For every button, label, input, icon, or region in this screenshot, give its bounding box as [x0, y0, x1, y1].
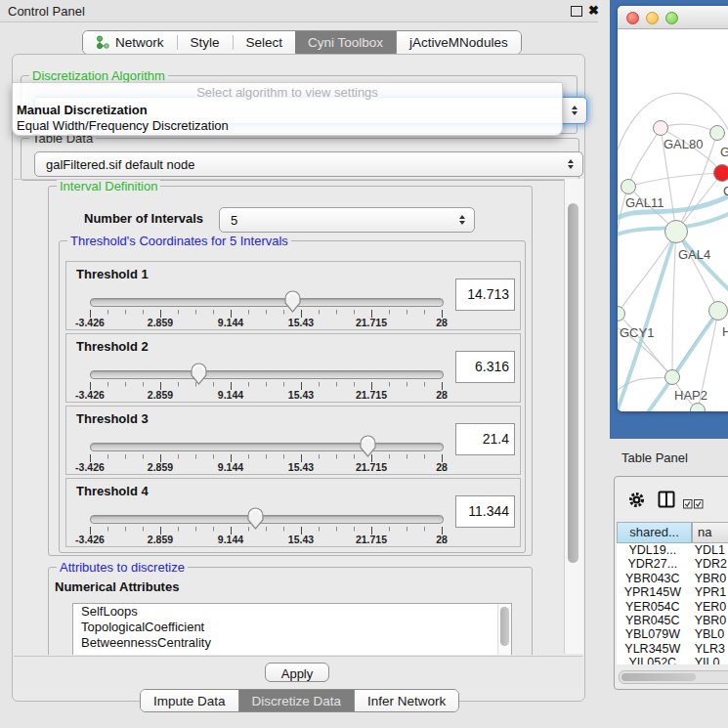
- attribute-list-item[interactable]: SelfLoops: [73, 604, 511, 620]
- cell-name[interactable]: YBR0: [689, 572, 728, 585]
- threshold-slider-track[interactable]: [90, 370, 444, 379]
- thresholds-group-title: Threshold's Coordinates for 5 Intervals: [67, 234, 291, 248]
- threshold-slider-track[interactable]: [90, 515, 444, 524]
- network-node[interactable]: [664, 369, 680, 385]
- table-data-combobox[interactable]: galFiltered.sif default node: [34, 151, 583, 177]
- tab-impute-data[interactable]: Impute Data: [141, 690, 238, 711]
- table-row[interactable]: YDL19...YDL1: [617, 543, 728, 557]
- network-node-label: GAL11: [625, 195, 664, 210]
- network-node[interactable]: [664, 220, 688, 243]
- threshold-value-field[interactable]: 14.713: [455, 278, 515, 311]
- tab-style-label: Style: [191, 35, 220, 50]
- slider-axis-labels: -3.4262.8599.14415.4321.71528: [66, 461, 520, 473]
- cell-shared-name[interactable]: YBR045C: [617, 614, 689, 627]
- cell-shared-name[interactable]: YDR27...: [617, 557, 689, 571]
- attribute-list-item[interactable]: TopologicalCoefficient: [73, 620, 511, 635]
- cell-shared-name[interactable]: YIL052C: [617, 656, 689, 664]
- slider-tick-label: 15.43: [274, 317, 328, 328]
- slider-tick-label: 15.43: [274, 389, 328, 401]
- number-of-intervals-combobox[interactable]: 5: [219, 207, 475, 233]
- threshold-label: Threshold 1: [76, 267, 149, 281]
- cell-name[interactable]: YPR1: [689, 585, 728, 599]
- table-row[interactable]: YER054CYER0: [617, 600, 728, 614]
- cell-name[interactable]: YBR0: [689, 614, 728, 627]
- control-panel-title: Control Panel: [8, 4, 85, 19]
- tab-select[interactable]: Select: [234, 31, 296, 54]
- cell-name[interactable]: YLR3: [689, 642, 728, 656]
- tab-cyni-toolbox[interactable]: Cyni Toolbox: [295, 31, 396, 54]
- cell-shared-name[interactable]: YBR043C: [617, 572, 689, 585]
- split-pane-icon[interactable]: [658, 491, 675, 512]
- table-hscrollbar-thumb[interactable]: [621, 673, 696, 681]
- network-node[interactable]: [708, 301, 728, 321]
- network-window-titlebar[interactable]: [618, 6, 728, 29]
- cell-shared-name[interactable]: YPR145W: [617, 585, 689, 599]
- cell-name[interactable]: YER0: [689, 600, 728, 614]
- panel-scrollbar-thumb[interactable]: [568, 203, 578, 563]
- table-row[interactable]: YPR145WYPR1: [617, 585, 728, 599]
- network-node-label: HAP2: [674, 388, 707, 403]
- popup-option-manual-discretization[interactable]: Manual Discretization: [13, 102, 566, 118]
- apply-button[interactable]: Apply: [265, 663, 329, 682]
- combo-stepper-icon: [459, 215, 465, 225]
- tab-discretize-data[interactable]: Discretize Data: [239, 690, 355, 711]
- zoom-window-icon[interactable]: [665, 12, 678, 24]
- threshold-list: Threshold 1 -3.4262.8599.14415.4321.7152…: [65, 261, 519, 550]
- table-row[interactable]: YIL052CYIL0: [617, 656, 728, 664]
- tab-jactivemnodules[interactable]: jActiveMNodules: [397, 31, 521, 54]
- gear-icon[interactable]: [628, 492, 645, 512]
- tab-network[interactable]: Network: [83, 31, 177, 54]
- network-view-frame: GAL80GACGAL11GAL4GCY1HHAP2: [610, 0, 728, 439]
- tab-infer-network[interactable]: Infer Network: [355, 690, 458, 711]
- cell-name[interactable]: YDR2: [689, 557, 728, 571]
- attribute-list-item[interactable]: BetweennessCentrality: [73, 635, 511, 651]
- numerical-attributes-list[interactable]: SelfLoopsTopologicalCoefficientBetweenne…: [72, 603, 512, 655]
- threshold-value-field[interactable]: 21.4: [455, 423, 515, 455]
- cell-shared-name[interactable]: YBL079W: [617, 627, 689, 641]
- checkbox-pair-icon[interactable]: [683, 495, 704, 513]
- numerical-attributes-label: Numerical Attributes: [55, 579, 179, 594]
- table-row[interactable]: YLR345WYLR3: [617, 642, 728, 656]
- attributes-list-scrollbar[interactable]: [497, 604, 511, 655]
- slider-tick-label: -3.426: [63, 389, 117, 401]
- table-row[interactable]: YBR043CYBR0: [617, 572, 728, 585]
- column-header-shared-name[interactable]: shared...: [617, 522, 692, 543]
- slider-tick-label: 2.859: [133, 534, 188, 545]
- panel-scrollbar-track[interactable]: [564, 179, 583, 654]
- threshold-label: Threshold 3: [76, 411, 149, 426]
- table-row[interactable]: YBL079WYBL0: [617, 627, 728, 641]
- tab-style[interactable]: Style: [178, 31, 233, 54]
- column-header-name[interactable]: na: [692, 522, 728, 543]
- network-window: GAL80GACGAL11GAL4GCY1HHAP2: [618, 6, 728, 411]
- threshold-slider-track[interactable]: [90, 443, 444, 451]
- network-node[interactable]: [653, 120, 668, 136]
- close-window-icon[interactable]: [626, 12, 639, 24]
- threshold-label: Threshold 4: [76, 484, 149, 498]
- slider-tick-label: 21.715: [344, 461, 399, 473]
- network-node[interactable]: [709, 125, 725, 141]
- cell-name[interactable]: YIL0: [689, 656, 728, 664]
- attributes-group-title: Attributes to discretize: [57, 560, 188, 575]
- network-canvas: GAL80GACGAL11GAL4GCY1HHAP2: [618, 29, 728, 411]
- cell-name[interactable]: YBL0: [689, 627, 728, 641]
- table-row[interactable]: YBR045CYBR0: [617, 614, 728, 627]
- cell-shared-name[interactable]: YDL19...: [617, 543, 689, 557]
- network-node[interactable]: [690, 403, 706, 411]
- close-panel-icon[interactable]: ✖: [588, 3, 599, 18]
- threshold-value-field[interactable]: 6.316: [455, 351, 515, 383]
- minimize-window-icon[interactable]: [646, 12, 659, 24]
- table-row[interactable]: YDR27...YDR2: [617, 557, 728, 571]
- threshold-value-field[interactable]: 11.344: [455, 495, 515, 528]
- threshold-slider-track[interactable]: [90, 298, 444, 307]
- slider-tick-label: 9.144: [203, 461, 258, 473]
- popup-option-equal-width-frequency[interactable]: Equal Width/Frequency Discretization: [13, 117, 566, 134]
- cell-name[interactable]: YDL1: [689, 543, 728, 557]
- attributes-scrollbar-thumb[interactable]: [500, 607, 509, 646]
- network-node-label: GCY1: [620, 325, 654, 340]
- float-panel-icon[interactable]: [571, 6, 582, 17]
- cell-shared-name[interactable]: YLR345W: [617, 642, 689, 656]
- cell-shared-name[interactable]: YER054C: [617, 600, 689, 614]
- network-node[interactable]: [713, 164, 728, 182]
- network-node[interactable]: [621, 179, 636, 194]
- table-hscrollbar-track[interactable]: [619, 670, 728, 684]
